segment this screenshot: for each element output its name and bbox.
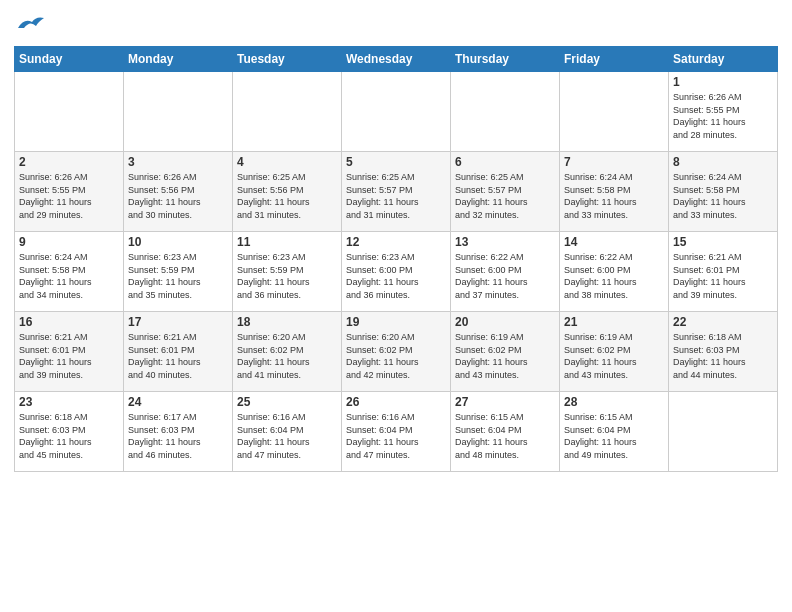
cal-cell: 2Sunrise: 6:26 AM Sunset: 5:55 PM Daylig…	[15, 152, 124, 232]
day-number: 7	[564, 155, 664, 169]
day-info: Sunrise: 6:22 AM Sunset: 6:00 PM Dayligh…	[455, 251, 555, 301]
cal-cell	[451, 72, 560, 152]
day-number: 9	[19, 235, 119, 249]
day-number: 25	[237, 395, 337, 409]
day-number: 21	[564, 315, 664, 329]
day-info: Sunrise: 6:22 AM Sunset: 6:00 PM Dayligh…	[564, 251, 664, 301]
weekday-header-thursday: Thursday	[451, 47, 560, 72]
calendar-table: SundayMondayTuesdayWednesdayThursdayFrid…	[14, 46, 778, 472]
day-number: 24	[128, 395, 228, 409]
day-number: 28	[564, 395, 664, 409]
cal-cell: 4Sunrise: 6:25 AM Sunset: 5:56 PM Daylig…	[233, 152, 342, 232]
weekday-header-monday: Monday	[124, 47, 233, 72]
cal-cell: 8Sunrise: 6:24 AM Sunset: 5:58 PM Daylig…	[669, 152, 778, 232]
cal-cell	[669, 392, 778, 472]
day-info: Sunrise: 6:23 AM Sunset: 5:59 PM Dayligh…	[128, 251, 228, 301]
cal-cell: 22Sunrise: 6:18 AM Sunset: 6:03 PM Dayli…	[669, 312, 778, 392]
day-info: Sunrise: 6:21 AM Sunset: 6:01 PM Dayligh…	[19, 331, 119, 381]
cal-cell	[560, 72, 669, 152]
day-info: Sunrise: 6:17 AM Sunset: 6:03 PM Dayligh…	[128, 411, 228, 461]
day-info: Sunrise: 6:15 AM Sunset: 6:04 PM Dayligh…	[455, 411, 555, 461]
day-number: 13	[455, 235, 555, 249]
cal-cell	[342, 72, 451, 152]
day-info: Sunrise: 6:15 AM Sunset: 6:04 PM Dayligh…	[564, 411, 664, 461]
cal-cell: 11Sunrise: 6:23 AM Sunset: 5:59 PM Dayli…	[233, 232, 342, 312]
day-number: 20	[455, 315, 555, 329]
cal-cell: 18Sunrise: 6:20 AM Sunset: 6:02 PM Dayli…	[233, 312, 342, 392]
cal-cell: 12Sunrise: 6:23 AM Sunset: 6:00 PM Dayli…	[342, 232, 451, 312]
cal-cell: 17Sunrise: 6:21 AM Sunset: 6:01 PM Dayli…	[124, 312, 233, 392]
day-number: 18	[237, 315, 337, 329]
cal-cell: 16Sunrise: 6:21 AM Sunset: 6:01 PM Dayli…	[15, 312, 124, 392]
day-info: Sunrise: 6:26 AM Sunset: 5:55 PM Dayligh…	[673, 91, 773, 141]
cal-cell: 3Sunrise: 6:26 AM Sunset: 5:56 PM Daylig…	[124, 152, 233, 232]
cal-cell: 7Sunrise: 6:24 AM Sunset: 5:58 PM Daylig…	[560, 152, 669, 232]
day-number: 12	[346, 235, 446, 249]
day-number: 5	[346, 155, 446, 169]
day-info: Sunrise: 6:26 AM Sunset: 5:55 PM Dayligh…	[19, 171, 119, 221]
cal-cell: 20Sunrise: 6:19 AM Sunset: 6:02 PM Dayli…	[451, 312, 560, 392]
cal-cell: 19Sunrise: 6:20 AM Sunset: 6:02 PM Dayli…	[342, 312, 451, 392]
cal-cell: 6Sunrise: 6:25 AM Sunset: 5:57 PM Daylig…	[451, 152, 560, 232]
cal-cell: 28Sunrise: 6:15 AM Sunset: 6:04 PM Dayli…	[560, 392, 669, 472]
day-info: Sunrise: 6:18 AM Sunset: 6:03 PM Dayligh…	[673, 331, 773, 381]
day-info: Sunrise: 6:19 AM Sunset: 6:02 PM Dayligh…	[455, 331, 555, 381]
day-info: Sunrise: 6:16 AM Sunset: 6:04 PM Dayligh…	[237, 411, 337, 461]
weekday-header-friday: Friday	[560, 47, 669, 72]
weekday-header-saturday: Saturday	[669, 47, 778, 72]
day-info: Sunrise: 6:20 AM Sunset: 6:02 PM Dayligh…	[346, 331, 446, 381]
day-number: 27	[455, 395, 555, 409]
cal-cell: 24Sunrise: 6:17 AM Sunset: 6:03 PM Dayli…	[124, 392, 233, 472]
day-number: 2	[19, 155, 119, 169]
day-info: Sunrise: 6:21 AM Sunset: 6:01 PM Dayligh…	[128, 331, 228, 381]
cal-cell	[233, 72, 342, 152]
logo-bird-icon	[16, 14, 46, 34]
day-number: 4	[237, 155, 337, 169]
cal-cell: 14Sunrise: 6:22 AM Sunset: 6:00 PM Dayli…	[560, 232, 669, 312]
day-number: 16	[19, 315, 119, 329]
day-number: 22	[673, 315, 773, 329]
day-info: Sunrise: 6:24 AM Sunset: 5:58 PM Dayligh…	[673, 171, 773, 221]
logo	[14, 14, 46, 40]
day-number: 14	[564, 235, 664, 249]
cal-cell: 9Sunrise: 6:24 AM Sunset: 5:58 PM Daylig…	[15, 232, 124, 312]
day-info: Sunrise: 6:16 AM Sunset: 6:04 PM Dayligh…	[346, 411, 446, 461]
day-info: Sunrise: 6:20 AM Sunset: 6:02 PM Dayligh…	[237, 331, 337, 381]
weekday-header-wednesday: Wednesday	[342, 47, 451, 72]
day-info: Sunrise: 6:23 AM Sunset: 5:59 PM Dayligh…	[237, 251, 337, 301]
cal-cell: 25Sunrise: 6:16 AM Sunset: 6:04 PM Dayli…	[233, 392, 342, 472]
day-number: 26	[346, 395, 446, 409]
cal-cell: 1Sunrise: 6:26 AM Sunset: 5:55 PM Daylig…	[669, 72, 778, 152]
day-number: 17	[128, 315, 228, 329]
day-number: 10	[128, 235, 228, 249]
day-number: 23	[19, 395, 119, 409]
day-info: Sunrise: 6:25 AM Sunset: 5:56 PM Dayligh…	[237, 171, 337, 221]
day-info: Sunrise: 6:18 AM Sunset: 6:03 PM Dayligh…	[19, 411, 119, 461]
day-number: 15	[673, 235, 773, 249]
day-info: Sunrise: 6:26 AM Sunset: 5:56 PM Dayligh…	[128, 171, 228, 221]
page: SundayMondayTuesdayWednesdayThursdayFrid…	[0, 0, 792, 612]
day-info: Sunrise: 6:24 AM Sunset: 5:58 PM Dayligh…	[19, 251, 119, 301]
cal-cell: 21Sunrise: 6:19 AM Sunset: 6:02 PM Dayli…	[560, 312, 669, 392]
cal-cell	[124, 72, 233, 152]
day-number: 8	[673, 155, 773, 169]
cal-cell: 26Sunrise: 6:16 AM Sunset: 6:04 PM Dayli…	[342, 392, 451, 472]
day-info: Sunrise: 6:25 AM Sunset: 5:57 PM Dayligh…	[455, 171, 555, 221]
day-info: Sunrise: 6:21 AM Sunset: 6:01 PM Dayligh…	[673, 251, 773, 301]
cal-cell: 10Sunrise: 6:23 AM Sunset: 5:59 PM Dayli…	[124, 232, 233, 312]
day-number: 6	[455, 155, 555, 169]
cal-cell: 5Sunrise: 6:25 AM Sunset: 5:57 PM Daylig…	[342, 152, 451, 232]
weekday-header-sunday: Sunday	[15, 47, 124, 72]
day-number: 1	[673, 75, 773, 89]
weekday-header-tuesday: Tuesday	[233, 47, 342, 72]
cal-cell: 27Sunrise: 6:15 AM Sunset: 6:04 PM Dayli…	[451, 392, 560, 472]
cal-cell	[15, 72, 124, 152]
day-info: Sunrise: 6:24 AM Sunset: 5:58 PM Dayligh…	[564, 171, 664, 221]
day-number: 11	[237, 235, 337, 249]
header	[14, 10, 778, 40]
cal-cell: 13Sunrise: 6:22 AM Sunset: 6:00 PM Dayli…	[451, 232, 560, 312]
cal-cell: 15Sunrise: 6:21 AM Sunset: 6:01 PM Dayli…	[669, 232, 778, 312]
day-info: Sunrise: 6:23 AM Sunset: 6:00 PM Dayligh…	[346, 251, 446, 301]
day-number: 19	[346, 315, 446, 329]
cal-cell: 23Sunrise: 6:18 AM Sunset: 6:03 PM Dayli…	[15, 392, 124, 472]
